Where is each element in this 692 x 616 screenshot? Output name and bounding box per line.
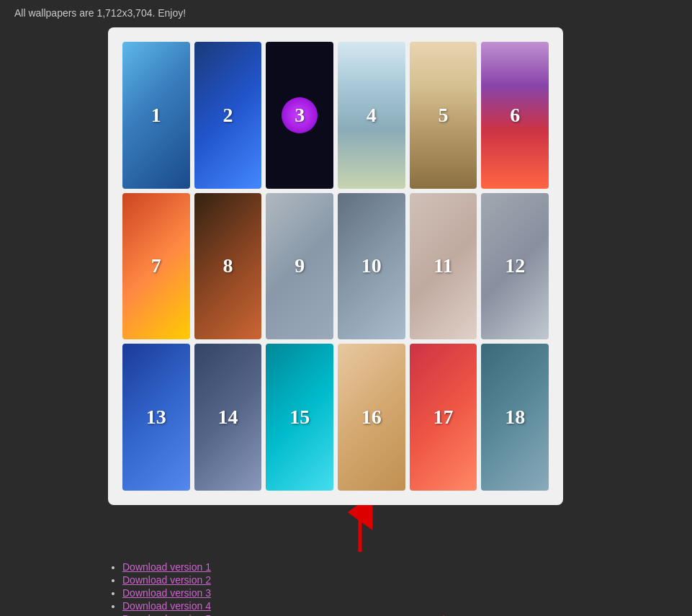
cell-number-12: 12 bbox=[505, 254, 525, 277]
download-list-item-2: Download version 2 bbox=[122, 574, 266, 586]
cell-number-9: 9 bbox=[295, 254, 305, 277]
cell-number-3: 3 bbox=[295, 104, 305, 127]
cell-number-18: 18 bbox=[505, 406, 525, 429]
cell-number-2: 2 bbox=[223, 104, 233, 127]
cell-number-5: 5 bbox=[438, 104, 448, 127]
wallpaper-grid: 123456789101112131415161718 bbox=[122, 42, 549, 491]
cell-number-4: 4 bbox=[367, 104, 377, 127]
wallpaper-cell-6[interactable]: 6 bbox=[481, 42, 549, 189]
wallpaper-cell-11[interactable]: 11 bbox=[410, 193, 477, 340]
wallpaper-cell-2[interactable]: 2 bbox=[194, 42, 262, 189]
download-link-5[interactable]: Download version 5 bbox=[122, 613, 211, 616]
wallpaper-cell-3[interactable]: 3 bbox=[266, 42, 333, 189]
download-link-4[interactable]: Download version 4 bbox=[122, 600, 211, 612]
cell-number-16: 16 bbox=[361, 406, 382, 429]
cell-number-1: 1 bbox=[151, 104, 161, 127]
arrow-up-area bbox=[108, 505, 563, 555]
download-link-2[interactable]: Download version 2 bbox=[122, 574, 211, 586]
download-link-1[interactable]: Download version 1 bbox=[122, 561, 211, 573]
wallpaper-cell-4[interactable]: 4 bbox=[338, 42, 405, 189]
cell-number-13: 13 bbox=[146, 406, 166, 429]
arrow-left-icon bbox=[274, 610, 346, 616]
download-link-3[interactable]: Download version 3 bbox=[122, 587, 211, 599]
cell-number-7: 7 bbox=[151, 254, 161, 277]
cell-number-14: 14 bbox=[217, 406, 238, 429]
wallpaper-cell-5[interactable]: 5 bbox=[410, 42, 477, 189]
download-list: Download version 1Download version 2Down… bbox=[108, 561, 266, 616]
cell-number-15: 15 bbox=[289, 406, 310, 429]
cell-number-6: 6 bbox=[510, 104, 520, 127]
wallpaper-cell-18[interactable]: 18 bbox=[481, 344, 549, 491]
wallpaper-cell-16[interactable]: 16 bbox=[338, 344, 405, 491]
wallpaper-cell-7[interactable]: 7 bbox=[122, 193, 190, 340]
arrow-up-icon bbox=[346, 505, 389, 555]
hints-area: 欲しい画像の番号をクリック bbox=[274, 583, 533, 616]
download-list-item-1: Download version 1 bbox=[122, 561, 266, 573]
intro-text: All wallpapers are 1,712x3,704. Enjoy! bbox=[14, 7, 678, 19]
wallpaper-cell-8[interactable]: 8 bbox=[194, 193, 262, 340]
wallpaper-cell-1[interactable]: 1 bbox=[122, 42, 190, 189]
wallpaper-cell-12[interactable]: 12 bbox=[481, 193, 549, 340]
wallpaper-cell-17[interactable]: 17 bbox=[410, 344, 477, 491]
download-links-area: Download version 1Download version 2Down… bbox=[108, 561, 266, 616]
cell-number-11: 11 bbox=[433, 254, 452, 277]
wallpaper-cell-14[interactable]: 14 bbox=[194, 344, 262, 491]
wallpaper-cell-13[interactable]: 13 bbox=[122, 344, 190, 491]
combined-section: Download version 1Download version 2Down… bbox=[108, 561, 678, 616]
download-list-item-5: Download version 5 bbox=[122, 613, 266, 616]
cell-number-8: 8 bbox=[223, 254, 233, 277]
wallpaper-grid-container: 123456789101112131415161718 bbox=[108, 27, 563, 505]
wallpaper-cell-10[interactable]: 10 bbox=[338, 193, 405, 340]
download-list-item-4: Download version 4 bbox=[122, 600, 266, 612]
wallpaper-cell-9[interactable]: 9 bbox=[266, 193, 333, 340]
cell-number-10: 10 bbox=[361, 254, 382, 277]
cell-number-17: 17 bbox=[433, 406, 453, 429]
wallpaper-cell-15[interactable]: 15 bbox=[266, 344, 333, 491]
download-list-item-3: Download version 3 bbox=[122, 587, 266, 599]
